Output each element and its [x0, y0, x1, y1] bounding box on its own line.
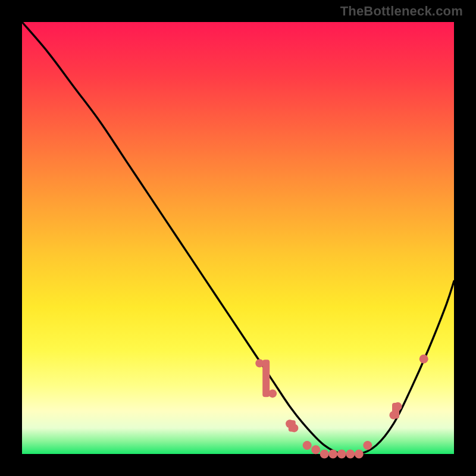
marker-dot	[328, 450, 337, 459]
marker-dot	[268, 389, 277, 397]
marker-dot	[290, 424, 298, 432]
curve-svg	[22, 22, 454, 454]
bottleneck-curve	[22, 22, 454, 455]
marker-dot	[255, 359, 264, 368]
marker-cluster	[262, 360, 270, 397]
marker-dot	[363, 441, 372, 450]
plot-area	[22, 22, 454, 454]
marker-dot	[346, 450, 355, 459]
marker-dot	[389, 411, 397, 419]
marker-dot	[394, 402, 402, 411]
marker-dot	[303, 441, 312, 450]
marker-dot	[337, 450, 346, 459]
marker-dot	[355, 450, 364, 459]
marker-dot	[320, 450, 329, 459]
chart-frame: TheBottleneck.com	[0, 0, 476, 476]
watermark-text: TheBottleneck.com	[340, 4, 463, 19]
marker-dot	[311, 445, 320, 454]
marker-dot	[419, 355, 428, 364]
